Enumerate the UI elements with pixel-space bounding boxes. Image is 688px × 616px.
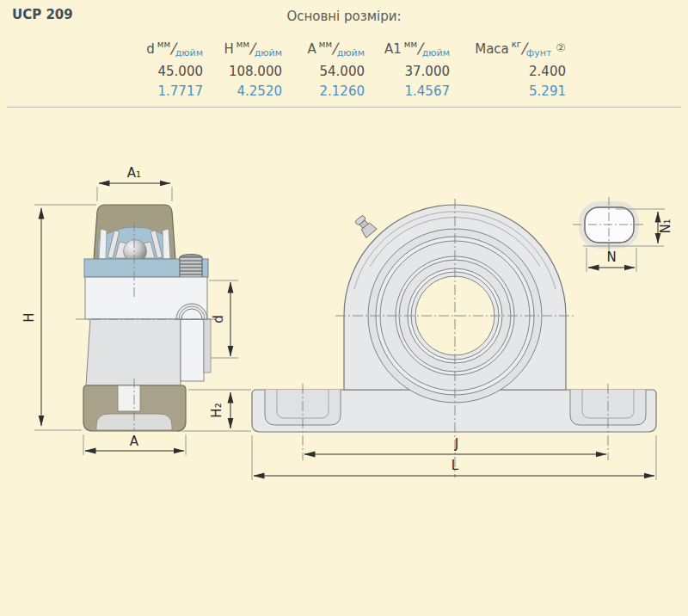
slot-oval bbox=[585, 207, 634, 243]
grease-nipple-icon bbox=[353, 214, 377, 238]
dim-label-A: A bbox=[130, 434, 139, 449]
technical-drawing: A₁ H d H₂ A bbox=[0, 0, 688, 616]
dim-label-A1: A₁ bbox=[127, 165, 141, 181]
dim-label-J: J bbox=[454, 436, 458, 452]
ring-sliver-left bbox=[99, 229, 107, 259]
housing-lower bbox=[86, 319, 181, 385]
dim-label-N1: N₁ bbox=[658, 219, 673, 233]
bolt-slot-detail: N₁ N bbox=[573, 197, 673, 272]
set-screw bbox=[180, 255, 202, 279]
housing-sliver bbox=[204, 319, 211, 373]
base-slot bbox=[118, 385, 140, 411]
dim-label-d: d bbox=[211, 315, 226, 323]
dim-label-H: H bbox=[22, 312, 37, 322]
ring-sliver-right bbox=[163, 229, 170, 259]
shaft-strip bbox=[181, 319, 204, 381]
dim-label-N: N bbox=[606, 249, 616, 265]
dim-label-L: L bbox=[452, 458, 459, 473]
side-view-drawing: A₁ H d H₂ A bbox=[22, 165, 251, 455]
dim-label-H2: H₂ bbox=[209, 403, 224, 417]
